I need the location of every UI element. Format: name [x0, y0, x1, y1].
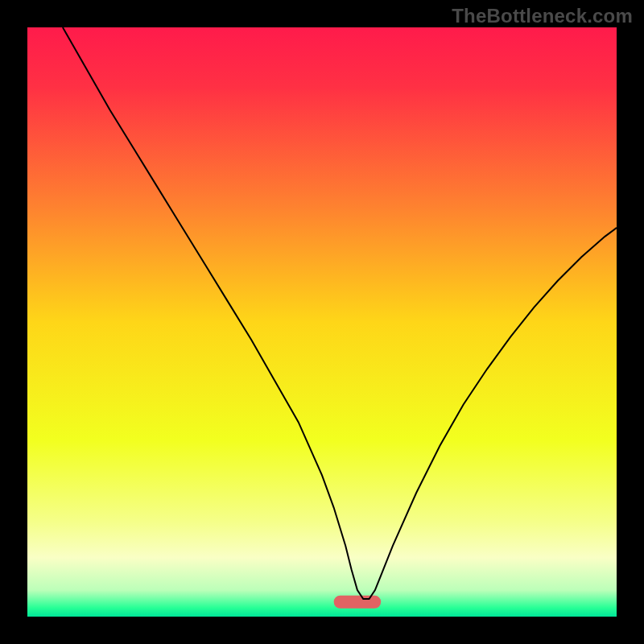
chart-frame: TheBottleneck.com — [0, 0, 644, 644]
chart-svg — [27, 27, 617, 617]
plot-area — [27, 27, 617, 617]
watermark-text: TheBottleneck.com — [452, 5, 633, 27]
bottleneck-marker — [334, 596, 382, 609]
chart-background — [27, 27, 617, 617]
